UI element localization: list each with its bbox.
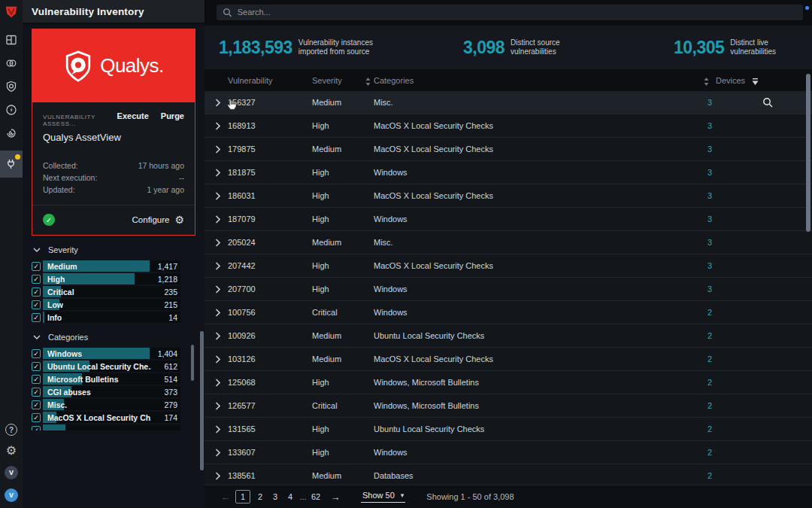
checkbox-checked[interactable]: ✓: [32, 300, 41, 309]
checkbox-checked[interactable]: ✓: [32, 313, 41, 322]
devices-count[interactable]: 2: [656, 378, 712, 387]
search-input[interactable]: [238, 8, 797, 17]
table-row[interactable]: 133607HighWindows2: [205, 441, 812, 464]
expand-chevron-icon[interactable]: [215, 449, 220, 457]
table-row[interactable]: 131565HighUbuntu Local Security Checks2: [205, 418, 812, 441]
categories-group-header[interactable]: Categories: [33, 333, 195, 342]
filter-item[interactable]: ✓High1,218: [32, 273, 180, 284]
column-header-vulnerability[interactable]: Vulnerability: [228, 76, 273, 85]
filter-item[interactable]: ✓Misc.279: [32, 399, 180, 410]
devices-count[interactable]: 2: [656, 448, 712, 457]
settings-gear-icon[interactable]: ⚙: [6, 445, 17, 457]
expand-chevron-icon[interactable]: [215, 402, 220, 410]
power-actions-icon[interactable]: [5, 104, 17, 116]
expand-chevron-icon[interactable]: [215, 169, 220, 177]
devices-count[interactable]: 2: [656, 308, 712, 317]
panel-scrollbar[interactable]: [200, 331, 204, 470]
expand-chevron-icon[interactable]: [215, 379, 220, 387]
filter-item[interactable]: ✓Windows1,404: [32, 348, 180, 359]
expand-chevron-icon[interactable]: [215, 99, 220, 107]
filter-item[interactable]: ✓Info14: [32, 312, 180, 323]
filter-item-partial[interactable]: ✓: [32, 424, 180, 430]
filter-item[interactable]: ✓Ubuntu Local Security Che...612: [32, 360, 180, 372]
table-row[interactable]: 187079HighWindows3: [205, 208, 812, 231]
table-row[interactable]: 156327MediumMisc.3: [205, 91, 812, 114]
security-shield-icon[interactable]: [5, 81, 17, 93]
filter-item[interactable]: ✓MacOS X Local Security Ch...174: [32, 412, 180, 423]
page-button[interactable]: 1: [235, 490, 250, 503]
checkbox-checked[interactable]: ✓: [32, 262, 41, 271]
checkbox-checked[interactable]: ✓: [32, 349, 41, 358]
table-row[interactable]: 100756CriticalWindows2: [205, 301, 812, 324]
configure-button[interactable]: Configure ⚙: [132, 214, 184, 226]
devices-count[interactable]: 3: [656, 144, 712, 154]
page-button[interactable]: 62: [308, 492, 323, 501]
avatar[interactable]: V: [5, 488, 18, 502]
prev-page-button[interactable]: ←: [218, 491, 233, 503]
checkbox-checked[interactable]: ✓: [32, 287, 41, 297]
devices-count[interactable]: 2: [656, 354, 712, 364]
devices-count[interactable]: 2: [656, 331, 712, 340]
page-button[interactable]: 4: [283, 492, 298, 501]
column-header-severity[interactable]: Severity: [312, 76, 342, 85]
page-button[interactable]: 3: [268, 492, 283, 501]
expand-chevron-icon[interactable]: [215, 145, 220, 154]
devices-count[interactable]: 3: [656, 214, 712, 224]
expand-chevron-icon[interactable]: [215, 355, 220, 364]
devices-count[interactable]: 2: [656, 471, 712, 480]
expand-chevron-icon[interactable]: [215, 192, 220, 200]
categories-scrollbar[interactable]: [191, 345, 194, 381]
filter-item[interactable]: ✓Microsoft Bulletins514: [32, 373, 180, 385]
table-row[interactable]: 168913HighMacOS X Local Security Checks3: [205, 114, 812, 138]
search-box[interactable]: [217, 5, 803, 20]
table-row[interactable]: 138561MediumDatabases2: [205, 464, 812, 485]
avatar[interactable]: V: [5, 466, 18, 479]
expand-chevron-icon[interactable]: [215, 332, 220, 340]
table-row[interactable]: 207442HighMacOS X Local Security Checks3: [205, 254, 812, 278]
assets-icon[interactable]: [5, 57, 17, 69]
devices-count[interactable]: 3: [656, 98, 712, 107]
devices-count[interactable]: 2: [656, 401, 712, 410]
page-button[interactable]: 2: [253, 492, 268, 501]
checkbox-checked[interactable]: ✓: [32, 388, 41, 397]
sort-icon[interactable]: [365, 78, 371, 86]
filter-item[interactable]: ✓Critical235: [32, 286, 180, 297]
checkbox-checked[interactable]: ✓: [32, 362, 41, 371]
expand-chevron-icon[interactable]: [215, 285, 220, 294]
table-row[interactable]: 181875HighWindows3: [205, 161, 812, 184]
expand-chevron-icon[interactable]: [215, 425, 220, 433]
table-row[interactable]: 186031HighMacOS X Local Security Checks3: [205, 184, 812, 208]
checkbox-checked[interactable]: ✓: [32, 375, 41, 384]
execute-button[interactable]: Execute: [117, 111, 149, 120]
next-page-button[interactable]: →: [328, 491, 343, 503]
brand-shield-icon[interactable]: [5, 5, 18, 19]
checkbox-checked[interactable]: ✓: [32, 275, 41, 284]
page-size-select[interactable]: Show 50 ▾: [361, 491, 405, 503]
table-row[interactable]: 100926MediumUbuntu Local Security Checks…: [205, 324, 812, 348]
radar-icon[interactable]: [5, 127, 17, 139]
devices-count[interactable]: 3: [656, 238, 712, 247]
expand-chevron-icon[interactable]: [215, 309, 220, 317]
sort-desc-icon[interactable]: [752, 78, 759, 85]
severity-group-header[interactable]: Severity: [33, 245, 195, 254]
expand-chevron-icon[interactable]: [215, 122, 220, 130]
sort-icon[interactable]: [704, 78, 709, 86]
row-search-icon[interactable]: [762, 97, 773, 108]
table-row[interactable]: 103126MediumMacOS X Local Security Check…: [205, 348, 812, 371]
table-row[interactable]: 205024MediumMisc.3: [205, 231, 812, 254]
purge-button[interactable]: Purge: [161, 111, 184, 120]
expand-chevron-icon[interactable]: [215, 262, 220, 270]
column-header-devices[interactable]: Devices: [716, 76, 745, 85]
table-scrollbar[interactable]: [806, 74, 810, 232]
table-row[interactable]: 207700HighWindows3: [205, 278, 812, 301]
expand-chevron-icon[interactable]: [215, 215, 220, 224]
checkbox-checked[interactable]: ✓: [32, 400, 41, 409]
help-icon[interactable]: ?: [5, 424, 17, 436]
checkbox-checked[interactable]: ✓: [32, 426, 41, 431]
sidebar-item-connectors-active[interactable]: [0, 151, 23, 178]
table-row[interactable]: 179875MediumMacOS X Local Security Check…: [205, 138, 812, 161]
filter-item[interactable]: ✓CGI abuses373: [32, 386, 180, 397]
checkbox-checked[interactable]: ✓: [32, 413, 41, 422]
devices-count[interactable]: 2: [656, 424, 712, 433]
column-header-categories[interactable]: Categories: [374, 76, 414, 85]
